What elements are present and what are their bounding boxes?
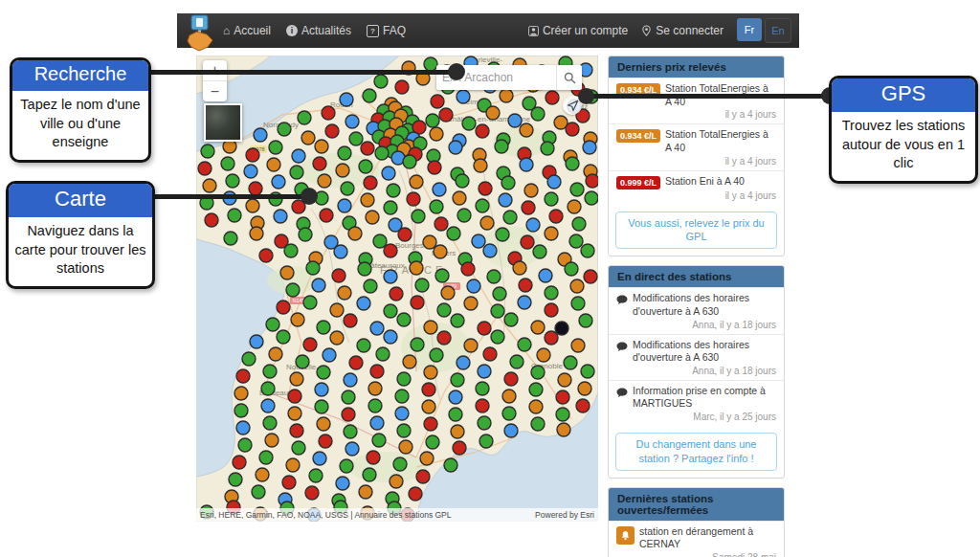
station-marker[interactable] [531,107,545,121]
station-marker[interactable] [441,286,455,300]
station-marker[interactable] [508,114,522,127]
list-item[interactable]: 0.934 €/LStation TotalEnergies à A 40il … [609,123,784,169]
station-marker[interactable] [415,278,429,292]
station-marker[interactable] [541,142,554,155]
station-marker[interactable] [585,191,598,205]
station-marker[interactable] [472,234,485,248]
station-marker[interactable] [313,452,326,465]
station-marker[interactable] [277,301,290,314]
station-marker[interactable] [376,347,390,361]
station-marker[interactable] [296,355,309,368]
station-marker[interactable] [529,383,543,396]
station-marker[interactable] [572,217,586,231]
station-marker[interactable] [504,372,518,386]
station-marker[interactable] [500,89,513,102]
station-marker[interactable] [284,244,298,257]
station-marker[interactable] [403,355,416,368]
station-marker[interactable] [312,278,325,292]
station-marker[interactable] [556,408,569,421]
station-marker[interactable] [480,216,494,230]
station-marker[interactable] [399,440,412,454]
station-marker[interactable] [305,486,319,500]
site-logo[interactable] [184,14,216,55]
zoom-out-button[interactable]: − [203,81,227,101]
station-marker[interactable] [570,183,584,196]
station-marker[interactable] [234,387,248,400]
station-marker[interactable] [344,314,357,327]
station-marker[interactable] [434,217,448,231]
station-marker[interactable] [373,234,387,248]
station-marker[interactable] [269,347,282,361]
station-marker[interactable] [486,106,500,120]
station-marker[interactable] [309,469,323,482]
station-marker[interactable] [518,338,531,351]
station-marker[interactable] [467,279,480,293]
station-marker[interactable] [286,283,300,297]
station-marker[interactable] [502,390,516,403]
list-item[interactable]: 0.934 €/LStation TotalEnergies à A 40il … [609,78,784,123]
station-marker[interactable] [483,244,497,257]
station-marker[interactable] [345,115,359,128]
station-marker[interactable] [461,262,475,276]
station-marker[interactable] [341,182,354,195]
station-marker[interactable] [433,183,446,196]
station-marker[interactable] [476,399,489,412]
station-marker[interactable] [338,199,351,212]
station-marker[interactable] [504,313,518,326]
station-marker[interactable] [318,174,331,188]
station-marker[interactable] [501,176,515,189]
station-marker[interactable] [537,348,550,362]
station-marker[interactable] [330,331,344,345]
station-marker[interactable] [349,132,363,145]
station-marker[interactable] [370,416,384,430]
station-marker[interactable] [411,296,424,309]
station-marker[interactable] [367,451,380,464]
station-marker[interactable] [398,228,412,241]
station-marker[interactable] [319,434,332,448]
station-marker[interactable] [323,348,336,362]
station-marker[interactable] [390,475,403,488]
station-marker[interactable] [338,146,351,160]
station-marker[interactable] [384,304,397,318]
nav-login[interactable]: Se connecter [641,24,724,37]
station-marker[interactable] [570,279,584,293]
panel-link-button[interactable]: Du changement dans une station ? Partage… [615,433,777,471]
station-marker[interactable] [424,417,437,431]
station-marker[interactable] [558,373,571,387]
lang-fr-button[interactable]: Fr [737,18,762,41]
station-marker[interactable] [238,438,252,452]
station-marker[interactable] [344,425,357,438]
station-marker[interactable] [578,382,591,395]
station-marker[interactable] [569,234,583,248]
station-marker[interactable] [533,245,546,258]
station-marker[interactable] [397,424,411,437]
station-marker[interactable] [479,434,493,448]
station-marker[interactable] [424,321,437,334]
station-marker[interactable] [368,399,382,412]
station-marker[interactable] [424,366,437,379]
station-marker[interactable] [555,322,568,335]
station-marker[interactable] [201,145,214,158]
station-marker[interactable] [422,383,435,396]
station-marker[interactable] [428,161,441,174]
station-marker[interactable] [464,297,478,310]
station-marker[interactable] [437,303,451,317]
station-marker[interactable] [261,382,275,395]
station-marker[interactable] [566,123,579,136]
station-marker[interactable] [464,339,478,352]
station-marker[interactable] [395,80,409,94]
station-marker[interactable] [571,339,585,352]
station-marker[interactable] [252,485,265,499]
station-marker[interactable] [483,347,497,361]
station-marker[interactable] [586,174,598,188]
station-marker[interactable] [361,142,374,155]
station-marker[interactable] [556,390,569,404]
station-marker[interactable] [457,356,470,369]
station-marker[interactable] [395,390,409,403]
station-marker[interactable] [518,296,531,309]
list-item[interactable]: Modifications des horaires d'ouverture à… [609,287,784,333]
station-marker[interactable] [198,162,212,175]
station-marker[interactable] [453,441,466,455]
station-marker[interactable] [254,128,267,142]
station-marker[interactable] [303,296,317,309]
